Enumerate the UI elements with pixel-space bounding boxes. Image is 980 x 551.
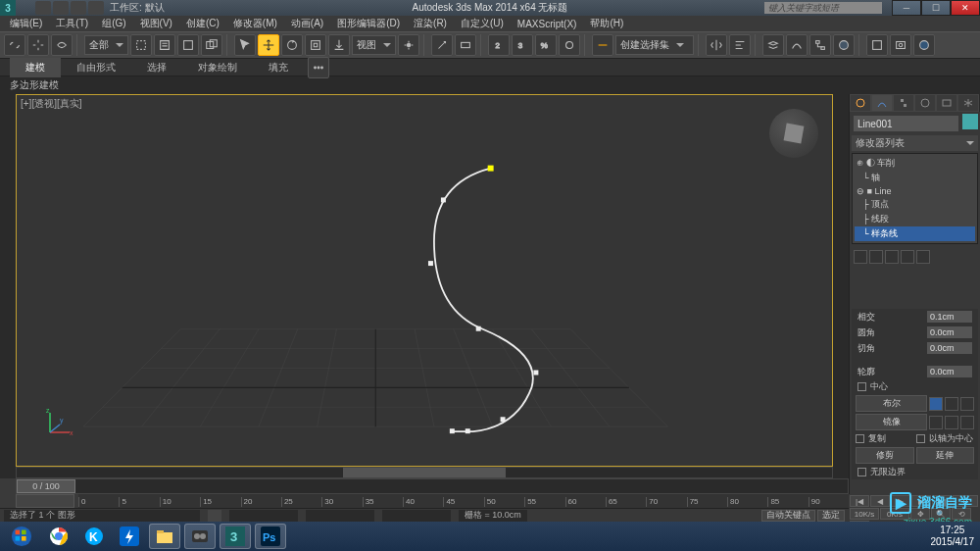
qa-undo-icon[interactable] <box>71 1 86 15</box>
menu-customize[interactable]: 自定义(U) <box>455 16 510 31</box>
select-name-icon[interactable] <box>154 34 175 56</box>
viewport-perspective[interactable]: [+][透视][真实] <box>16 94 833 467</box>
pivot-center-icon[interactable] <box>398 34 419 56</box>
placement-icon[interactable] <box>328 34 350 56</box>
unlink-icon[interactable] <box>27 34 49 56</box>
show-end-result-icon[interactable] <box>869 250 883 264</box>
edit-named-sel-icon[interactable] <box>592 34 613 56</box>
ribbon-tab-objectpaint[interactable]: 对象绘制 <box>182 58 253 77</box>
panel-tab-modify[interactable] <box>871 94 893 112</box>
qa-redo-icon[interactable] <box>88 1 104 15</box>
ribbon-tab-populate[interactable]: 填充 <box>253 58 304 77</box>
pin-stack-icon[interactable] <box>854 250 867 264</box>
material-editor-icon[interactable] <box>833 34 855 56</box>
coord-z[interactable] <box>382 510 451 522</box>
copy-checkbox[interactable] <box>856 434 864 443</box>
coord-x[interactable] <box>229 510 298 522</box>
coord-y[interactable] <box>306 510 374 522</box>
qa-save-icon[interactable] <box>53 1 69 15</box>
make-unique-icon[interactable] <box>885 250 899 264</box>
curve-editor-icon[interactable] <box>786 34 808 56</box>
panel-tab-motion[interactable] <box>914 94 936 112</box>
ribbon-overflow-icon[interactable] <box>308 57 329 78</box>
stack-sub-vertex[interactable]: ├ 顶点 <box>855 197 975 212</box>
bool-intersect-icon[interactable] <box>960 397 974 411</box>
selection-filter[interactable]: 全部 <box>84 35 128 55</box>
ribbon-subpanel[interactable]: 多边形建模 <box>0 76 980 94</box>
modifier-stack[interactable]: ⊕ ◐ 车削 └ 轴 ⊖ ■ Line ├ 顶点 ├ 线段 └ 样条线 <box>852 153 978 244</box>
stack-sub-segment[interactable]: ├ 线段 <box>855 212 975 226</box>
task-photoshop[interactable]: Ps <box>255 524 286 549</box>
mirror-icon[interactable] <box>706 34 727 56</box>
stack-sub-spline[interactable]: └ 样条线 <box>855 226 975 241</box>
mirror-h-icon[interactable] <box>929 416 943 429</box>
prop-round-value[interactable]: 0.0cm <box>927 326 972 338</box>
selected-filter-button[interactable]: 选定 <box>817 510 845 522</box>
viewcube[interactable] <box>769 109 818 158</box>
configure-sets-icon[interactable] <box>916 250 930 264</box>
move-icon[interactable] <box>258 34 279 56</box>
snap-angle-icon[interactable]: 3 <box>512 34 533 56</box>
taskbar-clock[interactable]: 17:25 2015/4/17 <box>931 525 975 548</box>
time-slider[interactable]: 0 / 100 <box>16 478 849 494</box>
prev-frame-icon[interactable]: ◀ <box>870 495 890 507</box>
menu-graph[interactable]: 图形编辑器(D) <box>331 16 406 31</box>
minimize-button[interactable]: ─ <box>892 0 921 16</box>
start-button[interactable] <box>4 524 39 549</box>
task-kugou[interactable]: K <box>78 524 110 549</box>
bool-subtract-icon[interactable] <box>945 397 958 411</box>
lock-selection-icon[interactable] <box>208 510 221 522</box>
extend-button[interactable]: 延伸 <box>916 447 975 464</box>
trim-button[interactable]: 修剪 <box>856 447 914 464</box>
task-chrome[interactable] <box>43 524 74 549</box>
rotate-icon[interactable] <box>281 34 303 56</box>
menu-maxscript[interactable]: MAXScript(X) <box>512 18 583 30</box>
center-checkbox[interactable] <box>858 382 866 391</box>
bind-icon[interactable] <box>51 34 73 56</box>
align-icon[interactable] <box>729 34 751 56</box>
layers-icon[interactable] <box>762 34 784 56</box>
close-button[interactable]: ✕ <box>951 0 980 16</box>
time-ruler[interactable]: 051015202530354045505560657075808590 <box>78 494 849 508</box>
trackbar-keys[interactable] <box>16 494 74 508</box>
keyboard-shortcut-icon[interactable] <box>455 34 476 56</box>
link-icon[interactable] <box>4 34 25 56</box>
panel-tab-utilities[interactable] <box>957 94 979 112</box>
remove-modifier-icon[interactable] <box>901 250 914 264</box>
spinner-snap-icon[interactable] <box>559 34 580 56</box>
render-setup-icon[interactable] <box>866 34 888 56</box>
help-search-input[interactable]: 键入关键字或短语 <box>764 2 882 14</box>
bool-union-icon[interactable] <box>929 397 943 411</box>
time-slider-knob[interactable]: 0 / 100 <box>17 479 75 493</box>
infinite-bounds-checkbox[interactable] <box>858 468 866 476</box>
ref-coord-select[interactable]: 视图 <box>352 35 396 55</box>
modifier-list-dropdown[interactable]: 修改器列表 <box>852 135 978 151</box>
snap-2d-icon[interactable]: 2 <box>488 34 510 56</box>
mirror-v-icon[interactable] <box>945 416 958 429</box>
viewport-canvas[interactable] <box>17 95 832 466</box>
render-frame-icon[interactable] <box>890 34 911 56</box>
stack-item-line[interactable]: ⊖ ■ Line <box>855 185 975 197</box>
scale-icon[interactable] <box>305 34 326 56</box>
viewport-label[interactable]: [+][透视][真实] <box>21 97 82 111</box>
task-explorer[interactable] <box>149 524 180 549</box>
schematic-icon[interactable] <box>809 34 831 56</box>
object-color-swatch[interactable] <box>962 114 978 129</box>
qa-open-icon[interactable] <box>35 1 51 15</box>
mirror-button[interactable]: 镜像 <box>856 414 927 430</box>
prop-outline-value[interactable]: 0.0cm <box>927 366 972 377</box>
object-name-field[interactable]: Line001 <box>854 116 958 131</box>
maximize-button[interactable]: ☐ <box>921 0 951 16</box>
menu-edit[interactable]: 编辑(E) <box>4 16 48 31</box>
prop-cut-value[interactable]: 0.0cm <box>927 342 972 354</box>
mirror-both-icon[interactable] <box>960 416 974 429</box>
select-region-icon[interactable] <box>177 34 199 56</box>
menu-render[interactable]: 渲染(R) <box>408 16 453 31</box>
boolean-button[interactable]: 布尔 <box>856 395 927 412</box>
select-object-icon[interactable] <box>234 34 256 56</box>
menu-modifiers[interactable]: 修改器(M) <box>227 16 283 31</box>
select-icon[interactable] <box>130 34 152 56</box>
manipulate-icon[interactable] <box>431 34 453 56</box>
window-crossing-icon[interactable] <box>201 34 222 56</box>
panel-tab-display[interactable] <box>936 94 957 112</box>
